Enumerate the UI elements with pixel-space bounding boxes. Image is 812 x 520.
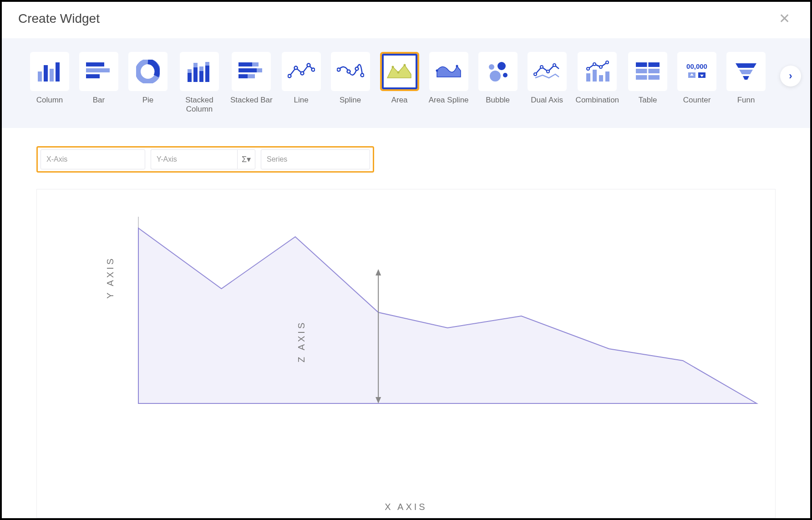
svg-rect-17: [252, 62, 259, 66]
svg-point-23: [294, 66, 297, 70]
svg-rect-21: [248, 74, 255, 78]
chart-type-funnel[interactable]: Funn: [726, 52, 766, 114]
counter-icon: 00,000: [684, 61, 710, 82]
svg-point-38: [497, 62, 506, 70]
svg-point-26: [311, 68, 315, 71]
chart-type-label: Stacked Bar: [230, 96, 273, 105]
svg-point-42: [540, 66, 543, 68]
chart-type-bar[interactable]: Bar: [78, 52, 119, 114]
chart-type-column[interactable]: Column: [29, 52, 70, 114]
svg-rect-48: [605, 71, 609, 82]
svg-point-22: [288, 75, 291, 78]
svg-point-25: [307, 64, 310, 67]
svg-point-35: [436, 70, 438, 72]
dialog-title: Create Widget: [18, 11, 100, 26]
chart-type-label: Stacked Column: [177, 96, 222, 114]
chart-type-line[interactable]: Line: [281, 52, 322, 114]
svg-point-30: [360, 74, 364, 77]
svg-rect-4: [86, 62, 104, 66]
svg-marker-63: [739, 70, 753, 74]
svg-rect-1: [44, 65, 48, 82]
chevron-right-icon: ›: [789, 70, 792, 82]
svg-point-36: [456, 65, 458, 67]
chart-type-label: Pie: [142, 96, 154, 105]
chart-type-list: Column Bar: [29, 52, 801, 114]
series-input[interactable]: Series: [261, 149, 370, 169]
svg-point-50: [593, 63, 596, 66]
chart-type-table[interactable]: Table: [627, 52, 668, 114]
svg-rect-19: [257, 68, 262, 72]
svg-rect-16: [239, 62, 252, 66]
chart-type-label: Area Spline: [429, 96, 469, 105]
svg-point-27: [337, 68, 340, 71]
svg-rect-13: [199, 66, 203, 71]
svg-point-33: [397, 71, 399, 74]
y-axis-input-group: Y-Axis Σ▾: [151, 149, 255, 169]
chart-type-stacked-column[interactable]: Stacked Column: [177, 52, 222, 114]
area-chart-icon: [386, 62, 413, 81]
svg-marker-62: [736, 63, 756, 68]
svg-rect-6: [86, 74, 100, 78]
chart-type-area-spline[interactable]: Area Spline: [428, 52, 469, 114]
chart-type-bubble[interactable]: Bubble: [477, 52, 518, 114]
svg-point-49: [587, 67, 589, 70]
chart-type-combination[interactable]: Combination: [576, 52, 619, 114]
pie-chart-icon: [136, 60, 160, 83]
svg-point-39: [490, 71, 501, 82]
chart-type-counter[interactable]: 00,000 Counter: [676, 52, 717, 114]
chart-type-label: Line: [294, 96, 309, 105]
svg-rect-11: [193, 63, 198, 67]
x-axis-input[interactable]: X-Axis: [41, 149, 145, 169]
chart-type-area[interactable]: Area: [379, 52, 420, 114]
scroll-right-button[interactable]: ›: [780, 66, 801, 87]
svg-point-40: [503, 73, 508, 77]
chart-type-stacked-bar[interactable]: Stacked Bar: [230, 52, 273, 114]
combination-chart-icon: [584, 61, 610, 82]
svg-rect-9: [188, 69, 192, 73]
chart-type-pie[interactable]: Pie: [127, 52, 168, 114]
close-button[interactable]: ✕: [775, 10, 794, 27]
svg-rect-8: [188, 73, 192, 82]
x-axis-label: X AXIS: [385, 502, 427, 512]
chart-type-label: Column: [36, 96, 63, 105]
axis-config-highlight: X-Axis Y-Axis Σ▾ Series: [36, 146, 374, 173]
chart-type-label: Combination: [576, 96, 619, 105]
axis-config-row: X-Axis Y-Axis Σ▾ Series: [2, 128, 810, 180]
chart-type-label: Dual Axis: [531, 96, 563, 105]
svg-point-41: [534, 73, 537, 76]
chart-type-spline[interactable]: Spline: [330, 52, 371, 114]
svg-point-28: [347, 70, 350, 73]
aggregation-dropdown[interactable]: Σ▾: [237, 149, 255, 169]
y-axis-input[interactable]: Y-Axis: [151, 149, 237, 169]
z-axis-label: Z AXIS: [296, 321, 307, 362]
chart-type-dual-axis[interactable]: Dual Axis: [527, 52, 568, 114]
svg-rect-47: [599, 75, 603, 82]
bar-chart-icon: [86, 61, 112, 82]
chart-type-selector: Column Bar: [2, 38, 810, 128]
funnel-icon: [735, 61, 757, 82]
svg-point-51: [599, 66, 602, 68]
svg-rect-2: [50, 69, 54, 82]
svg-rect-12: [199, 71, 203, 82]
svg-point-34: [403, 64, 406, 66]
svg-point-32: [391, 66, 394, 68]
svg-rect-18: [239, 68, 257, 72]
close-icon: ✕: [779, 11, 790, 26]
create-widget-dialog: Create Widget ✕ Column: [0, 0, 812, 520]
table-icon: [636, 62, 660, 81]
chart-type-label: Area: [391, 96, 408, 105]
chart-type-label: Table: [639, 96, 657, 105]
chart-type-label: Bubble: [486, 96, 510, 105]
svg-point-43: [547, 70, 549, 73]
chart-type-label: Funn: [737, 96, 755, 105]
svg-text:00,000: 00,000: [686, 62, 707, 70]
svg-point-37: [489, 64, 494, 70]
svg-rect-15: [205, 62, 209, 66]
stacked-column-icon: [187, 61, 212, 82]
chart-type-label: Bar: [93, 96, 105, 105]
line-chart-icon: [288, 61, 315, 82]
svg-rect-5: [86, 68, 110, 72]
column-chart-icon: [37, 61, 62, 82]
svg-point-44: [553, 64, 556, 66]
svg-rect-14: [205, 66, 209, 82]
